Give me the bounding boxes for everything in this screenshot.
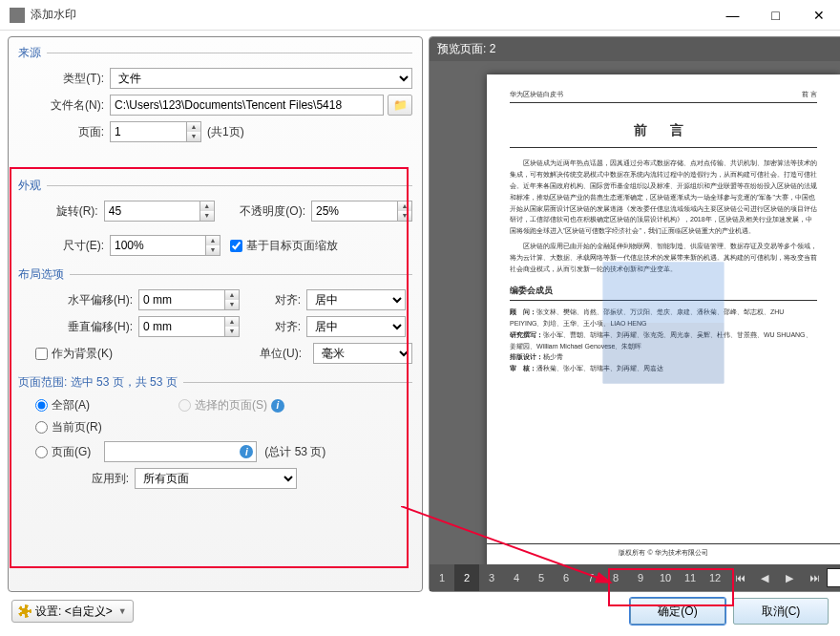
size-label: 尺寸(E): [18, 238, 104, 254]
info-icon: i [271, 399, 284, 413]
opacity-spinner[interactable]: ▲▼ [311, 201, 412, 222]
page-12[interactable]: 12 [703, 564, 727, 591]
page-label: 页面: [18, 124, 104, 140]
watermark-icon [542, 201, 786, 445]
last-page-button[interactable]: ⏭ [802, 564, 827, 591]
page-9[interactable]: 9 [628, 564, 653, 591]
pages-total: (总计 53 页) [264, 444, 326, 460]
window-title: 添加水印 [31, 7, 711, 23]
preview-body: 华为区块链白皮书前 言 前 言 区块链成为近两年热点话题，因其通过分布式数据存储… [430, 61, 840, 564]
apply-label: 应用到: [18, 471, 129, 487]
page-5[interactable]: 5 [529, 564, 554, 591]
minimize-button[interactable]: — [711, 0, 754, 31]
page-4[interactable]: 4 [504, 564, 529, 591]
page-11[interactable]: 11 [678, 564, 703, 591]
voffset-label: 垂直偏移(H): [18, 319, 133, 335]
valign-label: 对齐: [253, 319, 301, 335]
dialog-footer: 设置: <自定义> ▼ 确定(O) 取消(C) [0, 592, 840, 630]
preview-page: 华为区块链白皮书前 言 前 言 区块链成为近两年热点话题，因其通过分布式数据存储… [487, 74, 840, 564]
size-spinner[interactable]: ▲▼ [110, 235, 220, 256]
browse-button[interactable]: 📁 [388, 95, 412, 116]
layout-heading: 布局选项 [9, 259, 422, 286]
page-10[interactable]: 10 [653, 564, 678, 591]
source-heading: 来源 [9, 37, 422, 65]
hoffset-spinner[interactable]: ▲▼ [138, 289, 240, 310]
range-all-radio[interactable]: 全部(A) [35, 397, 178, 413]
unit-label: 单位(U): [260, 346, 302, 362]
unit-select[interactable]: 毫米 [313, 343, 412, 364]
page-3[interactable]: 3 [479, 564, 504, 591]
halign-select[interactable]: 居中 [306, 289, 406, 310]
rotate-spinner[interactable]: ▲▼ [104, 201, 215, 222]
maximize-button[interactable]: □ [754, 0, 797, 31]
range-pages-radio[interactable]: 页面(G) [35, 444, 91, 460]
page-7[interactable]: 7 [578, 564, 603, 591]
voffset-spinner[interactable]: ▲▼ [138, 316, 240, 337]
range-selected-radio[interactable]: 选择的页面(S) [178, 397, 267, 413]
close-button[interactable]: ✕ [797, 0, 840, 31]
rotate-label: 旋转(R): [18, 203, 98, 220]
page-2[interactable]: 2 [454, 564, 479, 591]
settings-dropdown[interactable]: 设置: <自定义> ▼ [11, 600, 134, 623]
appearance-heading: 外观 [9, 170, 422, 198]
page-8[interactable]: 8 [603, 564, 628, 591]
halign-label: 对齐: [253, 292, 301, 308]
first-page-button[interactable]: ⏮ [727, 564, 752, 591]
scale-checkbox[interactable]: 基于目标页面缩放 [230, 238, 338, 254]
options-panel: 来源 类型(T): 文件 文件名(N): 📁 页面: ▲▼ (共1页) 外观 旋… [8, 36, 423, 592]
filename-label: 文件名(N): [18, 97, 104, 114]
page-1[interactable]: 1 [430, 564, 454, 591]
type-label: 类型(T): [18, 71, 104, 87]
cancel-button[interactable]: 取消(C) [733, 598, 829, 625]
prev-page-button[interactable]: ◀ [752, 564, 777, 591]
gear-icon [18, 604, 32, 618]
ok-button[interactable]: 确定(O) [630, 598, 725, 625]
doc-heading: 前 言 [510, 122, 817, 148]
valign-select[interactable]: 居中 [306, 316, 406, 337]
range-heading: 页面范围: 选中 53 页，共 53 页 [9, 367, 422, 394]
apply-select[interactable]: 所有页面 [135, 468, 297, 489]
app-icon [10, 8, 25, 23]
page-6[interactable]: 6 [554, 564, 578, 591]
next-page-button[interactable]: ▶ [777, 564, 802, 591]
filename-input[interactable] [110, 95, 384, 116]
page-total: (共1页) [207, 124, 244, 140]
hoffset-label: 水平偏移(H): [18, 292, 133, 308]
page-spinner[interactable]: ▲▼ [110, 121, 201, 142]
pages-input[interactable] [104, 441, 257, 462]
background-checkbox[interactable]: 作为背景(K) [35, 346, 113, 362]
range-current-radio[interactable]: 当前页(R) [35, 419, 102, 435]
type-select[interactable]: 文件 [110, 68, 412, 89]
preview-panel: 预览页面: 2 华为区块链白皮书前 言 前 言 区块链成为近两年热点话题，因其通… [429, 36, 840, 592]
page-number-input[interactable] [827, 568, 840, 587]
preview-heading: 预览页面: 2 [430, 37, 840, 61]
preview-pager: 1 2 3 4 5 6 7 8 9 10 11 12 ⏮ ◀ ▶ ⏭ [430, 564, 840, 591]
title-bar: 添加水印 — □ ✕ [0, 0, 840, 31]
opacity-label: 不透明度(O): [220, 203, 305, 220]
